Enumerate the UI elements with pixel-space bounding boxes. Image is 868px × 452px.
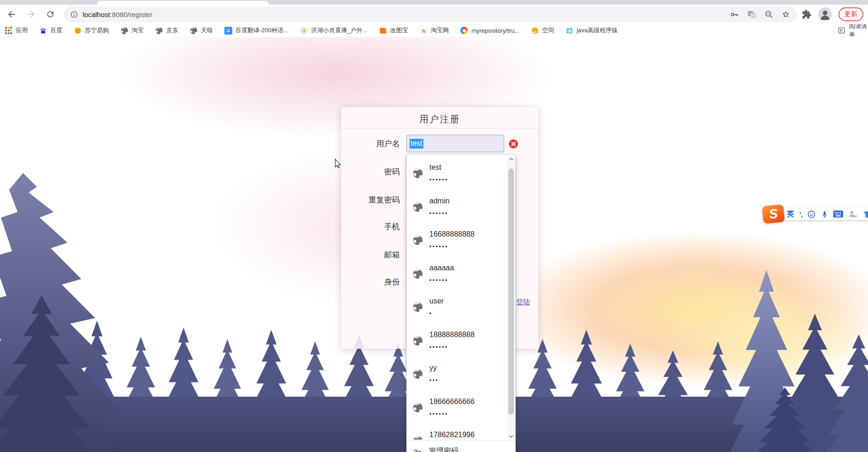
autofill-password-mask: ••• [429,377,439,384]
reading-list-label: 阅读清单 [849,24,868,37]
autofill-username: user [429,297,444,306]
reload-button[interactable] [42,6,58,22]
autofill-entry[interactable]: aaaaaa •••••• [407,259,507,292]
sogou-logo[interactable]: S [762,204,785,224]
bookmark-taobao-wang[interactable]: 淘 淘宝网 [420,26,449,35]
bookmark-label: 淘宝 [132,26,144,35]
selected-input-text: test [410,139,423,149]
reload-icon [46,10,55,19]
autofill-username: test [429,163,441,172]
bookmark-java-programmer[interactable]: java高级程序猿 [566,26,618,35]
scroll-down-button[interactable] [507,433,515,440]
scrollbar-thumb[interactable] [508,168,514,415]
ime-language-mode[interactable]: 英 [787,209,794,219]
apps-shortcut[interactable]: 应用 [5,26,28,35]
bookmark-label: myrepository/tru... [471,27,519,34]
panel-header: 用户注册 [341,107,538,129]
bookmark-suning[interactable]: 苏宁易购 [74,26,109,35]
autofill-entry[interactable]: user • [407,292,507,326]
bookmark-taobao[interactable]: 淘宝 [121,26,144,35]
globe-icon [413,168,423,178]
ime-punctuation-toggle[interactable]: ’, [799,210,802,218]
reading-list-icon [838,26,846,35]
back-button[interactable] [4,6,19,22]
bookmark-baidu[interactable]: 百度 [39,26,62,35]
forward-button[interactable] [23,6,39,22]
ime-profile-icon[interactable]: 14 [848,209,858,219]
keyboard-icon[interactable] [833,210,843,218]
forward-icon [26,9,36,19]
emoji-icon[interactable] [807,210,816,219]
login-link[interactable]: 登陆 [516,298,530,307]
bookmark-star-icon[interactable] [781,10,790,19]
reading-list-button[interactable]: 阅读清单 [838,24,868,37]
bilibili-tv-favicon [566,27,573,35]
page-background: 用户注册 用户名 密码 重复密码 手机 邮箱 身份 test 登陆 test •… [0,37,868,452]
voice-input-icon[interactable] [821,210,828,219]
autofill-username: 16688888888 [429,230,475,239]
globe-icon [413,302,423,312]
scroll-up-button[interactable] [507,155,515,162]
ime-toolbar: 英 ’, 14 [780,208,868,220]
active-tab[interactable] [97,1,269,5]
svg-text:文: 文 [752,13,755,18]
url-bar[interactable]: localhost:8080/register G文 [64,6,797,22]
skin-tshirt-icon[interactable] [863,210,868,219]
bookmark-jd[interactable]: 京东 [155,26,178,35]
bookmark-label: 空间 [542,26,554,35]
autofill-dropdown: test •••••• admin •••••• 16688888888 •••… [406,154,516,452]
autofill-password-mask: •••••• [429,411,448,417]
bookmark-label: 淘宝网 [431,26,449,35]
password-key-icon[interactable] [729,10,739,19]
profile-avatar[interactable] [818,7,832,21]
bookmark-label: 洪湖小肖直播_户外... [311,26,368,35]
autofill-entry[interactable]: test •••••• [407,158,507,192]
zoom-out-icon[interactable] [764,10,773,19]
honghu-favicon [300,27,308,35]
globe-icon [413,436,423,440]
autofill-username: aaaaaa [429,263,454,273]
autofill-entry[interactable]: 18888888888 •••••• [407,326,507,359]
globe-icon [413,369,423,379]
autofill-entry[interactable]: yy ••• [407,359,507,393]
translate-favicon: 译 [224,27,232,35]
username-input[interactable]: test [406,135,504,152]
manage-passwords-label: 管理密码 [429,446,458,452]
key-icon [413,446,422,452]
globe-icon [413,235,423,245]
autofill-username: admin [429,196,450,206]
globe-icon [413,403,423,413]
manage-passwords-item[interactable]: 管理密码 [407,440,515,452]
sogou-ime-bar: S 英 ’, 14 [763,205,868,223]
chevron-up-icon [509,158,513,161]
bookmark-gaitubao[interactable]: 改图宝 [379,26,408,35]
autofill-username: 18666666666 [429,397,475,406]
bookmark-baidu-translate[interactable]: 译 百度翻译-200种语... [224,26,289,35]
autofill-entry[interactable]: admin •••••• [407,192,507,226]
autofill-list: test •••••• admin •••••• 16688888888 •••… [407,155,507,440]
tab-strip [0,0,868,5]
bookmark-myrepository[interactable]: myrepository/tru... [460,27,519,35]
translate-icon[interactable]: G文 [747,10,756,19]
url-host: localhost [83,11,110,18]
globe-icon [413,336,423,346]
autofill-password-mask: •••••• [429,244,448,250]
autofill-entry[interactable]: 17862821996 [407,426,507,440]
page-info-icon[interactable] [70,11,78,18]
bookmark-label: 百度翻译-200种语... [235,26,289,35]
autofill-entry[interactable]: 16688888888 •••••• [407,225,507,259]
autofill-password-mask: •••••• [429,210,448,217]
extensions-puzzle-icon[interactable] [802,9,812,19]
bookmark-tmall[interactable]: 天猫 [190,26,213,35]
update-button[interactable]: 更新 [838,7,863,21]
url-text: localhost:8080/register [83,11,152,18]
bookmark-qzone[interactable]: 空间 [531,26,554,35]
autofill-entry[interactable]: 18666666666 •••••• [407,393,507,426]
autofill-username: 18888888888 [429,330,475,339]
dropdown-scrollbar[interactable] [507,155,515,440]
autofill-password-mask: •••••• [429,344,448,351]
suning-lion-icon [74,27,82,35]
svg-text:译: 译 [226,29,230,33]
back-icon [6,9,17,19]
bookmark-honghu-live[interactable]: 洪湖小肖直播_户外... [300,26,368,35]
